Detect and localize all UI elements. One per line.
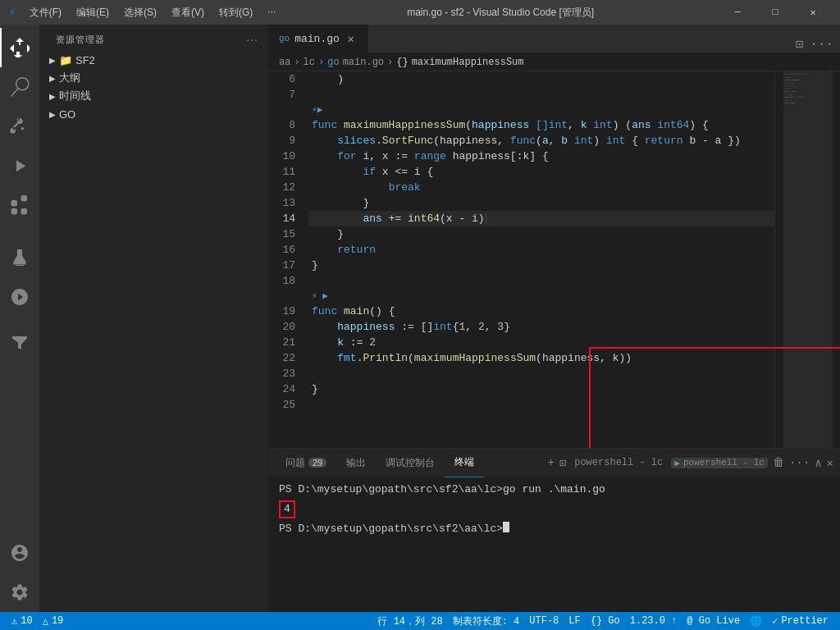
window-controls[interactable]: ─ □ ✕ — [719, 0, 832, 25]
lens-run-text[interactable]: ▶ — [317, 103, 323, 118]
menu-view[interactable]: 查看(V) — [165, 4, 211, 21]
terminal-prompt-1: PS D:\mysetup\gopath\src\sf2\aa\lc> — [279, 482, 503, 497]
sidebar-item-sf2[interactable]: ▶ 📁 SF2 — [39, 51, 268, 69]
close-button[interactable]: ✕ — [794, 0, 832, 25]
activity-scm[interactable] — [0, 107, 39, 146]
minimap: func maximumHappinessSum []int slices.So… — [774, 71, 840, 448]
activity-explorer[interactable] — [0, 28, 39, 67]
breadcrumb-lc[interactable]: lc — [304, 57, 315, 68]
panel-chevron-up-icon[interactable]: ∧ — [815, 456, 821, 470]
menu-edit[interactable]: 编辑(E) — [70, 4, 116, 21]
position-text: 行 14，列 28 — [377, 614, 442, 628]
ln-lens2 — [269, 289, 302, 304]
menu-bar[interactable]: 文件(F) 编辑(E) 选择(S) 查看(V) 转到(G) ··· — [23, 4, 283, 21]
ln-14: 14 — [269, 211, 302, 226]
more-panel-icon[interactable]: ··· — [789, 456, 810, 469]
language-text: {} Go — [591, 615, 620, 627]
indent-text: 制表符长度: 4 — [453, 614, 520, 628]
code-line-15: } — [308, 226, 774, 242]
sidebar-item-go[interactable]: ▶ GO — [39, 105, 268, 123]
panel-tab-debug-console[interactable]: 调试控制台 — [376, 449, 445, 477]
ln-12: 12 — [269, 180, 302, 195]
lens-run-icon[interactable]: ⚡ — [312, 103, 317, 118]
menu-more[interactable]: ··· — [261, 4, 282, 21]
breadcrumb-func[interactable]: maximumHappinessSum — [412, 57, 524, 68]
go-arrow: ▶ — [49, 110, 56, 119]
ln-15: 15 — [269, 226, 302, 242]
sidebar-actions[interactable]: ··· — [246, 33, 258, 46]
sidebar-item-outline[interactable]: ▶ 大纲 — [39, 69, 268, 87]
problems-label: 问题 — [285, 456, 305, 470]
activity-settings[interactable] — [0, 573, 39, 612]
terminal-content[interactable]: PS D:\mysetup\gopath\src\sf2\aa\lc> go r… — [269, 477, 840, 612]
breadcrumb-file[interactable]: main.go — [343, 57, 384, 68]
maximize-button[interactable]: □ — [756, 0, 794, 25]
breadcrumb-aa[interactable]: aa — [279, 57, 290, 68]
split-terminal-icon[interactable]: ⊡ — [559, 456, 566, 470]
code-lens-row[interactable]: ⚡ ▶ — [308, 103, 774, 117]
menu-file[interactable]: 文件(F) — [23, 4, 68, 21]
panel-tab-problems[interactable]: 问题 29 — [276, 449, 336, 477]
tab-bar: go main.go ✕ ⊡ ··· — [269, 25, 840, 53]
close-panel-icon[interactable]: ✕ — [827, 456, 833, 470]
terminal-cursor — [503, 522, 509, 532]
status-errors[interactable]: ⚠ 10 — [7, 612, 38, 630]
powershell-icon: ▶ — [674, 458, 680, 468]
status-position[interactable]: 行 14，列 28 — [372, 612, 447, 630]
panel-tab-terminal[interactable]: 终端 — [445, 449, 484, 477]
ln-21: 21 — [269, 335, 302, 350]
new-file-icon[interactable]: ··· — [246, 33, 258, 46]
sidebar-go-label: GO — [59, 108, 75, 121]
panel-tab-actions: + ⊡ powershell - lc ▶ powershell - lc 🗑 … — [547, 456, 833, 470]
tab-close-button[interactable]: ✕ — [345, 32, 358, 45]
ln-17: 17 — [269, 258, 302, 273]
panel-tab-output[interactable]: 输出 — [336, 449, 376, 477]
status-eol[interactable]: LF — [564, 612, 585, 630]
status-indent[interactable]: 制表符长度: 4 — [448, 612, 525, 630]
activity-filter[interactable] — [0, 323, 39, 363]
status-encoding[interactable]: UTF-8 — [524, 612, 564, 630]
ln-11: 11 — [269, 164, 302, 180]
window-title: main.go - sf2 - Visual Studio Code [管理员] — [282, 6, 719, 20]
code-lens-row-2[interactable]: ⚡ ▶ — [308, 289, 774, 304]
code-line-8: func maximumHappinessSum(happiness []int… — [308, 117, 774, 133]
ln-6: 6 — [269, 71, 302, 87]
status-prettier[interactable]: ✓ Prettier — [767, 612, 833, 630]
ln-lens — [269, 103, 302, 117]
status-remote-icon[interactable]: 🌐 — [745, 612, 767, 630]
more-actions-icon[interactable]: ··· — [810, 37, 833, 52]
menu-goto[interactable]: 转到(G) — [212, 4, 259, 21]
code-line-10: for i, x := range happiness[:k] { — [308, 148, 774, 164]
folder-icon: 📁 — [59, 54, 72, 66]
settings-icon — [10, 582, 30, 602]
status-right: 行 14，列 28 制表符长度: 4 UTF-8 LF {} Go 1.23.0… — [372, 612, 833, 630]
status-go-version[interactable]: 1.23.0 ↑ — [625, 612, 682, 630]
activity-remote[interactable] — [0, 277, 39, 317]
minimize-button[interactable]: ─ — [719, 0, 756, 25]
remote-icon — [10, 287, 30, 307]
go-version-text: 1.23.0 ↑ — [630, 615, 678, 627]
split-editor-icon[interactable]: ⊡ — [796, 36, 804, 52]
eol-text: LF — [568, 615, 580, 627]
activity-search[interactable] — [0, 67, 39, 107]
activity-run[interactable] — [0, 146, 39, 185]
editor-area: go main.go ✕ ⊡ ··· aa › lc › go main.go … — [269, 25, 840, 612]
add-terminal-icon[interactable]: + — [547, 456, 554, 469]
menu-select[interactable]: 选择(S) — [117, 4, 163, 21]
sidebar-title: 资源管理器 — [56, 34, 105, 46]
code-line-14: ans += int64(x - i) — [308, 211, 774, 226]
activity-account[interactable] — [0, 533, 39, 573]
status-language[interactable]: {} Go — [586, 612, 625, 630]
activity-test[interactable] — [0, 238, 39, 277]
trash-icon[interactable]: 🗑 — [773, 456, 784, 469]
activity-extensions[interactable] — [0, 185, 39, 225]
code-content[interactable]: ) ⚡ ▶ func maximumHappinessSum(happiness… — [308, 71, 774, 448]
status-warnings[interactable]: △ 19 — [38, 612, 69, 630]
status-go-live[interactable]: @ Go Live — [682, 612, 745, 630]
tab-main-go[interactable]: go main.go ✕ — [269, 25, 368, 52]
code-editor[interactable]: 6 7 8 9 10 11 12 13 14 15 16 17 18 19 — [269, 71, 840, 448]
sidebar-item-timeline[interactable]: ▶ 时间线 — [39, 87, 268, 105]
warning-icon: △ — [43, 615, 48, 628]
sep3: › — [387, 57, 393, 68]
lens-run-icon2[interactable]: ⚡ ▶ — [312, 289, 328, 304]
